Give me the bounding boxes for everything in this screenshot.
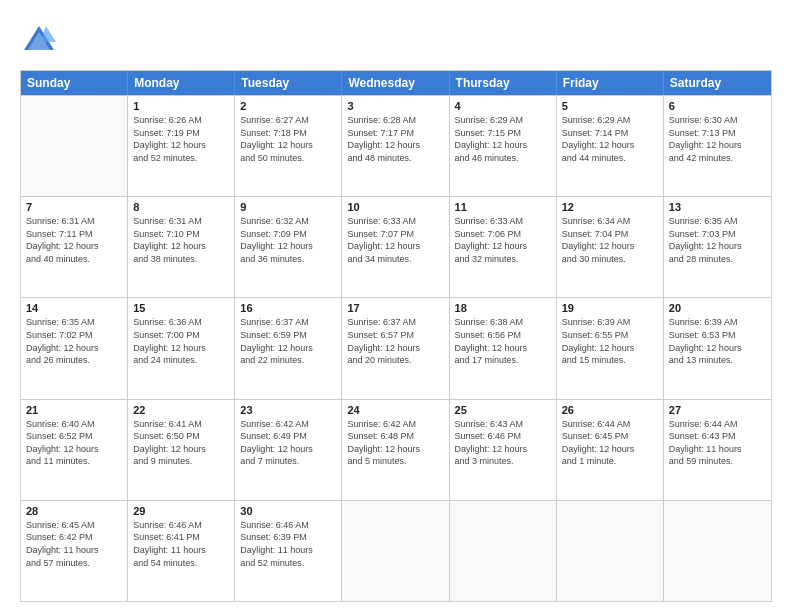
day-info: Sunrise: 6:39 AM Sunset: 6:55 PM Dayligh… [562,316,658,366]
day-number: 7 [26,201,122,213]
day-info: Sunrise: 6:26 AM Sunset: 7:19 PM Dayligh… [133,114,229,164]
header-day-saturday: Saturday [664,71,771,95]
header-day-tuesday: Tuesday [235,71,342,95]
cal-cell: 20Sunrise: 6:39 AM Sunset: 6:53 PM Dayli… [664,298,771,398]
day-number: 17 [347,302,443,314]
header-day-friday: Friday [557,71,664,95]
cal-cell: 21Sunrise: 6:40 AM Sunset: 6:52 PM Dayli… [21,400,128,500]
day-number: 18 [455,302,551,314]
cal-cell: 5Sunrise: 6:29 AM Sunset: 7:14 PM Daylig… [557,96,664,196]
cal-cell: 6Sunrise: 6:30 AM Sunset: 7:13 PM Daylig… [664,96,771,196]
day-number: 6 [669,100,766,112]
cal-cell: 28Sunrise: 6:45 AM Sunset: 6:42 PM Dayli… [21,501,128,601]
cal-cell: 16Sunrise: 6:37 AM Sunset: 6:59 PM Dayli… [235,298,342,398]
day-info: Sunrise: 6:31 AM Sunset: 7:10 PM Dayligh… [133,215,229,265]
cal-cell: 22Sunrise: 6:41 AM Sunset: 6:50 PM Dayli… [128,400,235,500]
cal-cell: 8Sunrise: 6:31 AM Sunset: 7:10 PM Daylig… [128,197,235,297]
day-number: 12 [562,201,658,213]
cal-cell: 29Sunrise: 6:46 AM Sunset: 6:41 PM Dayli… [128,501,235,601]
day-info: Sunrise: 6:27 AM Sunset: 7:18 PM Dayligh… [240,114,336,164]
day-info: Sunrise: 6:44 AM Sunset: 6:43 PM Dayligh… [669,418,766,468]
day-number: 11 [455,201,551,213]
cal-cell: 13Sunrise: 6:35 AM Sunset: 7:03 PM Dayli… [664,197,771,297]
cal-cell: 24Sunrise: 6:42 AM Sunset: 6:48 PM Dayli… [342,400,449,500]
cal-cell: 1Sunrise: 6:26 AM Sunset: 7:19 PM Daylig… [128,96,235,196]
day-number: 20 [669,302,766,314]
day-info: Sunrise: 6:29 AM Sunset: 7:15 PM Dayligh… [455,114,551,164]
day-info: Sunrise: 6:46 AM Sunset: 6:41 PM Dayligh… [133,519,229,569]
header-day-monday: Monday [128,71,235,95]
day-info: Sunrise: 6:37 AM Sunset: 6:57 PM Dayligh… [347,316,443,366]
week-row-4: 28Sunrise: 6:45 AM Sunset: 6:42 PM Dayli… [21,500,771,601]
day-number: 14 [26,302,122,314]
week-row-2: 14Sunrise: 6:35 AM Sunset: 7:02 PM Dayli… [21,297,771,398]
day-info: Sunrise: 6:44 AM Sunset: 6:45 PM Dayligh… [562,418,658,468]
day-number: 27 [669,404,766,416]
cal-cell [450,501,557,601]
logo-icon [20,22,58,60]
week-row-3: 21Sunrise: 6:40 AM Sunset: 6:52 PM Dayli… [21,399,771,500]
cal-cell: 17Sunrise: 6:37 AM Sunset: 6:57 PM Dayli… [342,298,449,398]
cal-cell: 15Sunrise: 6:36 AM Sunset: 7:00 PM Dayli… [128,298,235,398]
cal-cell: 11Sunrise: 6:33 AM Sunset: 7:06 PM Dayli… [450,197,557,297]
day-number: 4 [455,100,551,112]
day-info: Sunrise: 6:29 AM Sunset: 7:14 PM Dayligh… [562,114,658,164]
cal-cell: 2Sunrise: 6:27 AM Sunset: 7:18 PM Daylig… [235,96,342,196]
calendar-body: 1Sunrise: 6:26 AM Sunset: 7:19 PM Daylig… [21,95,771,601]
cal-cell [557,501,664,601]
cal-cell: 27Sunrise: 6:44 AM Sunset: 6:43 PM Dayli… [664,400,771,500]
cal-cell: 23Sunrise: 6:42 AM Sunset: 6:49 PM Dayli… [235,400,342,500]
cal-cell: 7Sunrise: 6:31 AM Sunset: 7:11 PM Daylig… [21,197,128,297]
day-number: 15 [133,302,229,314]
cal-cell: 3Sunrise: 6:28 AM Sunset: 7:17 PM Daylig… [342,96,449,196]
day-info: Sunrise: 6:41 AM Sunset: 6:50 PM Dayligh… [133,418,229,468]
day-info: Sunrise: 6:45 AM Sunset: 6:42 PM Dayligh… [26,519,122,569]
header-day-wednesday: Wednesday [342,71,449,95]
cal-cell [664,501,771,601]
day-info: Sunrise: 6:43 AM Sunset: 6:46 PM Dayligh… [455,418,551,468]
day-info: Sunrise: 6:36 AM Sunset: 7:00 PM Dayligh… [133,316,229,366]
day-info: Sunrise: 6:34 AM Sunset: 7:04 PM Dayligh… [562,215,658,265]
day-number: 26 [562,404,658,416]
day-number: 5 [562,100,658,112]
day-info: Sunrise: 6:42 AM Sunset: 6:48 PM Dayligh… [347,418,443,468]
day-number: 22 [133,404,229,416]
cal-cell: 10Sunrise: 6:33 AM Sunset: 7:07 PM Dayli… [342,197,449,297]
day-number: 9 [240,201,336,213]
day-info: Sunrise: 6:42 AM Sunset: 6:49 PM Dayligh… [240,418,336,468]
cal-cell: 19Sunrise: 6:39 AM Sunset: 6:55 PM Dayli… [557,298,664,398]
cal-cell [342,501,449,601]
day-number: 29 [133,505,229,517]
cal-cell: 26Sunrise: 6:44 AM Sunset: 6:45 PM Dayli… [557,400,664,500]
day-info: Sunrise: 6:37 AM Sunset: 6:59 PM Dayligh… [240,316,336,366]
day-number: 30 [240,505,336,517]
day-number: 28 [26,505,122,517]
cal-cell: 9Sunrise: 6:32 AM Sunset: 7:09 PM Daylig… [235,197,342,297]
calendar-header: SundayMondayTuesdayWednesdayThursdayFrid… [21,71,771,95]
page: SundayMondayTuesdayWednesdayThursdayFrid… [0,0,792,612]
cal-cell: 12Sunrise: 6:34 AM Sunset: 7:04 PM Dayli… [557,197,664,297]
day-number: 23 [240,404,336,416]
day-info: Sunrise: 6:35 AM Sunset: 7:03 PM Dayligh… [669,215,766,265]
cal-cell: 18Sunrise: 6:38 AM Sunset: 6:56 PM Dayli… [450,298,557,398]
day-number: 10 [347,201,443,213]
day-number: 24 [347,404,443,416]
day-number: 1 [133,100,229,112]
cal-cell: 25Sunrise: 6:43 AM Sunset: 6:46 PM Dayli… [450,400,557,500]
day-info: Sunrise: 6:40 AM Sunset: 6:52 PM Dayligh… [26,418,122,468]
logo [20,22,62,60]
calendar: SundayMondayTuesdayWednesdayThursdayFrid… [20,70,772,602]
day-info: Sunrise: 6:28 AM Sunset: 7:17 PM Dayligh… [347,114,443,164]
day-number: 2 [240,100,336,112]
day-number: 8 [133,201,229,213]
day-info: Sunrise: 6:33 AM Sunset: 7:06 PM Dayligh… [455,215,551,265]
week-row-1: 7Sunrise: 6:31 AM Sunset: 7:11 PM Daylig… [21,196,771,297]
day-number: 25 [455,404,551,416]
week-row-0: 1Sunrise: 6:26 AM Sunset: 7:19 PM Daylig… [21,95,771,196]
cal-cell: 4Sunrise: 6:29 AM Sunset: 7:15 PM Daylig… [450,96,557,196]
day-number: 21 [26,404,122,416]
cal-cell [21,96,128,196]
header-day-sunday: Sunday [21,71,128,95]
cal-cell: 14Sunrise: 6:35 AM Sunset: 7:02 PM Dayli… [21,298,128,398]
day-number: 3 [347,100,443,112]
